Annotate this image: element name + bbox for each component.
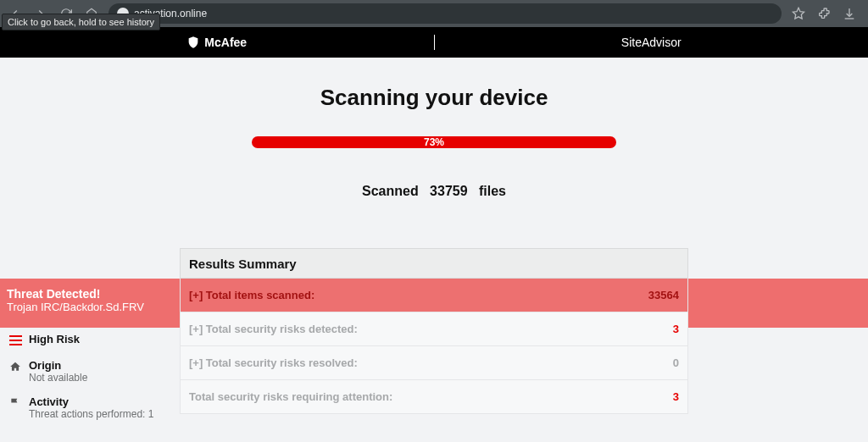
left-rail: High Risk Origin Not available Activity (8, 333, 178, 432)
progress-bar: 73% (252, 136, 616, 148)
row-value: 33564 (648, 289, 679, 301)
rail-high-risk: High Risk (8, 333, 178, 347)
threat-name: Trojan IRC/Backdor.Sd.FRV (7, 301, 203, 313)
origin-title: Origin (29, 359, 87, 372)
results-area: Threat Detected! Trojan IRC/Backdor.Sd.F… (0, 248, 868, 414)
scan-hero: Scanning your device 73% Scanned 33759 f… (0, 58, 868, 214)
result-row-risks-detected[interactable]: [+] Total security risks detected: 3 (180, 312, 688, 346)
flag-icon (8, 396, 22, 410)
origin-sub: Not available (29, 372, 87, 384)
high-risk-label: High Risk (29, 333, 80, 345)
brand-bar: McAfee SiteAdvisor (0, 27, 868, 58)
download-icon[interactable] (843, 7, 856, 20)
row-label: [+] Total security risks resolved: (189, 356, 358, 369)
scanned-suffix: files (479, 184, 506, 198)
scanned-count: 33759 (430, 184, 468, 198)
activity-title: Activity (29, 395, 153, 408)
results-panel: Results Summary [+] Total items scanned:… (180, 248, 688, 414)
result-row-risks-attention[interactable]: Total security risks requiring attention… (180, 380, 688, 414)
row-value: 3 (673, 323, 679, 335)
svg-marker-0 (793, 8, 804, 19)
scanned-prefix: Scanned (362, 184, 419, 198)
progress-percent: 73% (424, 136, 444, 148)
brand-right: SiteAdvisor (435, 36, 869, 49)
threat-banner: Threat Detected! Trojan IRC/Backdor.Sd.F… (0, 279, 203, 328)
result-row-items-scanned[interactable]: [+] Total items scanned: 33564 (180, 279, 688, 312)
browser-right-group (792, 7, 868, 20)
row-value: 3 (673, 390, 679, 403)
mcafee-text: McAfee (204, 36, 247, 49)
address-bar[interactable]: activation.online (108, 3, 782, 24)
shield-icon (186, 36, 200, 49)
browser-chrome-bar: activation.online Click to go back, hold… (0, 0, 868, 27)
row-value: 0 (673, 356, 679, 369)
bookmark-star-icon[interactable] (792, 7, 805, 20)
row-label: [+] Total security risks detected: (189, 323, 358, 335)
home-small-icon (8, 360, 22, 373)
rail-activity: Activity Threat actions performed: 1 (8, 395, 178, 420)
high-risk-icon (8, 334, 22, 347)
activity-sub: Threat actions performed: 1 (29, 408, 153, 420)
siteadvisor-text[interactable]: SiteAdvisor (621, 36, 682, 49)
back-tooltip: Click to go back, hold to see history (2, 14, 160, 30)
results-header: Results Summary (180, 248, 688, 279)
scanned-line: Scanned 33759 files (0, 184, 868, 199)
extensions-icon[interactable] (817, 7, 831, 20)
threat-title: Threat Detected! (7, 287, 203, 301)
result-row-risks-resolved[interactable]: [+] Total security risks resolved: 0 (180, 346, 688, 380)
page-content: Scanning your device 73% Scanned 33759 f… (0, 58, 868, 414)
scan-title: Scanning your device (0, 85, 868, 111)
row-label: [+] Total items scanned: (189, 289, 314, 301)
brand-left: McAfee (0, 36, 434, 49)
mcafee-logo[interactable]: McAfee (186, 36, 247, 49)
rail-origin: Origin Not available (8, 359, 178, 384)
row-label: Total security risks requiring attention… (189, 390, 392, 403)
